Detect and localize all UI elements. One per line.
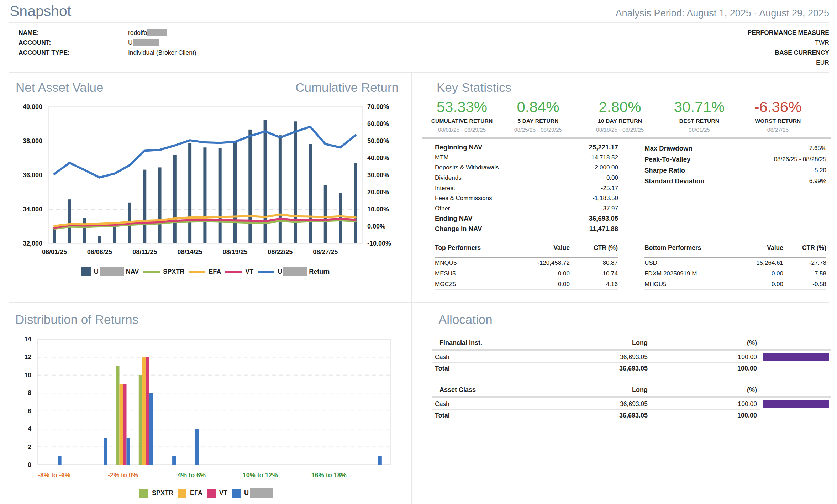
row-label: Ending NAV xyxy=(435,215,473,222)
performer-row: FDXM 20250919 M0.00-7.58 xyxy=(644,268,826,279)
value: -120,458.72 xyxy=(516,259,570,267)
svg-text:38,000: 38,000 xyxy=(23,137,42,145)
value: 0.00 xyxy=(516,270,570,277)
performer-row: MNQU5-120,458.7280.87 xyxy=(435,258,618,268)
legend-item: VT xyxy=(225,268,253,275)
nav-breakdown-row: MTM14,718.52 xyxy=(435,153,618,163)
nav-breakdown-row: Fees & Commissions-1,183.50 xyxy=(435,193,618,204)
nav-breakdown-row: Deposits & Withdrawals-2,000.00 xyxy=(435,163,618,173)
stat-value: -6.36% xyxy=(739,99,817,115)
allocation-total-row: Total36,693.05100.00 xyxy=(432,411,831,420)
legend-swatch xyxy=(207,489,216,498)
legend-item: UNAV xyxy=(81,267,139,276)
analysis-period: Analysis Period: August 1, 2025 - August… xyxy=(616,8,829,19)
statistics-rule xyxy=(422,137,831,139)
svg-text:08/19/25: 08/19/25 xyxy=(222,248,247,256)
svg-text:12: 12 xyxy=(25,353,32,361)
legend-label-prefix: U xyxy=(94,268,99,275)
header-name: Top Performers xyxy=(435,244,516,252)
header-long: Long xyxy=(541,385,648,394)
allocation-header-rule xyxy=(432,349,831,351)
ctr: -27.78 xyxy=(783,259,826,267)
performer-row: USD15,264.61-27.78 xyxy=(644,258,826,268)
legend-swatch xyxy=(178,489,186,498)
row-label: Interest xyxy=(435,185,455,192)
symbol: MGCZ5 xyxy=(435,281,516,288)
row-value: 0.00 xyxy=(606,174,618,182)
allocation-header: Asset ClassLong(%) xyxy=(432,385,831,394)
svg-text:-10.00%: -10.00% xyxy=(367,240,391,247)
svg-text:0.00%: 0.00% xyxy=(367,223,385,230)
row-label: Deposits & Withdrawals xyxy=(435,164,499,171)
stat-label: 5 DAY RETURN xyxy=(499,118,577,124)
row-label: Dividends xyxy=(435,174,462,182)
performer-row: MESU50.0010.74 xyxy=(435,268,618,279)
meta-label: PERFORMANCE MEASURE xyxy=(748,29,829,37)
stat-date-range: 08/01/25 - 08/29/25 xyxy=(423,127,501,133)
meta-value: EUR xyxy=(816,59,829,67)
svg-text:08/14/25: 08/14/25 xyxy=(178,248,202,256)
svg-text:14: 14 xyxy=(25,336,32,343)
header-ctr: CTR (%) xyxy=(570,244,618,252)
allocation-row: Cash36,693.05100.00 xyxy=(432,352,831,362)
legend-item: EFA xyxy=(178,489,202,498)
legend-item: SPXTR xyxy=(140,489,173,498)
total-long: 36,693.05 xyxy=(541,411,648,420)
stat-label: WORST RETURN xyxy=(739,118,817,124)
header-pct: (%) xyxy=(650,338,757,347)
total-pct: 100.00 xyxy=(650,364,757,373)
legend-label: SPXTR xyxy=(152,489,173,497)
legend-swatch xyxy=(258,271,274,273)
risk-row: Max Drawdown7.65% xyxy=(644,143,826,154)
ctr: 4.16 xyxy=(570,281,618,288)
risk-row: Peak-To-Valley08/26/25 - 08/28/25 xyxy=(644,154,826,165)
allocation-row: Cash36,693.05100.00 xyxy=(432,399,831,409)
nav-breakdown-row: Dividends0.00 xyxy=(435,173,618,183)
performers-header: Top PerformersValueCTR (%) xyxy=(435,244,618,257)
legend-label: VT xyxy=(245,268,253,275)
value: 0.00 xyxy=(516,281,570,288)
header-long: Long xyxy=(541,338,648,347)
svg-text:10% to 12%: 10% to 12% xyxy=(243,472,278,479)
legend-item: UReturn xyxy=(258,267,330,276)
legend-item: SPXTR xyxy=(143,268,184,275)
stat-column: 53.33%CUMULATIVE RETURN08/01/25 - 08/29/… xyxy=(423,99,501,133)
row-label: Max Drawdown xyxy=(644,145,693,152)
row-value: 08/26/25 - 08/28/25 xyxy=(774,156,826,163)
legend-label-prefix: U xyxy=(244,489,249,497)
row-value: 5.20 xyxy=(815,167,826,174)
legend-swatch xyxy=(81,267,91,276)
svg-text:60.00%: 60.00% xyxy=(367,120,389,127)
legend-item: VT xyxy=(207,489,227,498)
svg-text:40,000: 40,000 xyxy=(23,103,42,110)
header-ctr: CTR (%) xyxy=(783,244,826,252)
svg-text:50.00%: 50.00% xyxy=(367,137,389,145)
legend-swatch xyxy=(189,271,205,273)
legend-label-prefix: U xyxy=(278,268,282,275)
nav-breakdown-row: Change In NAV11,471.88 xyxy=(435,224,618,234)
header-name: Asset Class xyxy=(439,385,476,394)
total-label: Total xyxy=(435,411,450,420)
svg-text:20.00%: 20.00% xyxy=(367,189,389,196)
row-value: 36,693.05 xyxy=(589,215,618,222)
nav-chart-legend: UNAVSPXTREFAVTUReturn xyxy=(49,267,362,276)
header-value: Value xyxy=(737,244,783,252)
allocation-title: Allocation xyxy=(438,313,493,327)
allocation-long: 36,693.05 xyxy=(541,399,648,409)
ctr: -7.58 xyxy=(783,270,826,277)
allocation-total-row: Total36,693.05100.00 xyxy=(432,364,831,373)
legend-label: EFA xyxy=(190,489,202,497)
legend-swatch xyxy=(225,271,242,273)
nav-breakdown-row: Interest-25.17 xyxy=(435,183,618,193)
stat-label: 10 DAY RETURN xyxy=(581,118,659,124)
nav-cumulative-return-chart: 40,00038,00036,00034,00032,00070.00%60.0… xyxy=(0,0,411,303)
row-label: MTM xyxy=(435,154,449,161)
ctr: 80.87 xyxy=(570,259,618,267)
meta-value: TWR xyxy=(815,39,829,47)
allocation-long: 36,693.05 xyxy=(541,352,648,362)
performers-header: Bottom PerformersValueCTR (%) xyxy=(644,244,826,257)
svg-text:70.00%: 70.00% xyxy=(367,103,389,110)
redaction-box xyxy=(283,267,307,276)
row-value: -2,000.00 xyxy=(593,164,618,171)
legend-swatch xyxy=(143,271,160,273)
